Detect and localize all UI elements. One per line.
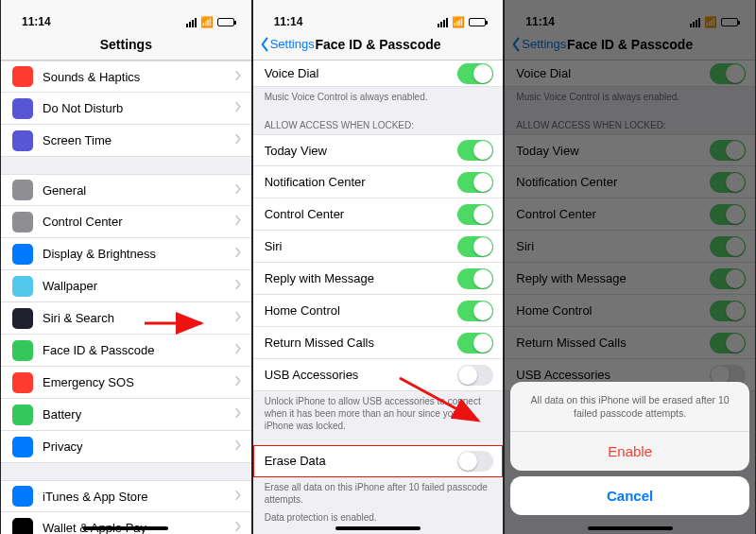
row-label: Return Missed Calls <box>265 336 458 350</box>
row-label: General <box>43 183 234 198</box>
app-icon <box>12 276 33 297</box>
chevron-right-icon <box>234 70 242 84</box>
row-label: Screen Time <box>43 133 234 147</box>
home-indicator[interactable] <box>83 526 168 530</box>
row-label: USB Accessories <box>265 368 458 382</box>
allow-access-group: Today ViewNotification CenterControl Cen… <box>253 134 504 391</box>
settings-group-b: GeneralControl CenterDisplay & Brightnes… <box>1 174 251 463</box>
clock: 11:14 <box>22 15 51 28</box>
app-icon <box>12 405 33 425</box>
page-title: Settings <box>100 37 152 52</box>
settings-row-screen-time[interactable]: Screen Time <box>1 125 251 157</box>
row-label: Display & Brightness <box>43 247 234 261</box>
passcode-list[interactable]: Voice Dial Music Voice Control is always… <box>253 60 504 534</box>
row-usb-accessories[interactable]: USB Accessories <box>253 359 504 391</box>
nav-bar: Settings Face ID & Passcode <box>253 28 504 60</box>
row-label: Notification Center <box>265 175 458 189</box>
cell-signal-icon <box>438 18 448 27</box>
toggle-siri[interactable] <box>457 236 493 257</box>
screen-settings-root: 11:14 📶 Settings Sounds & HapticsDo Not … <box>0 0 252 534</box>
battery-icon <box>217 18 234 26</box>
toggle-erase-data[interactable] <box>457 451 493 472</box>
chevron-right-icon <box>234 375 242 389</box>
screen-faceid-with-dialog: 11:14 📶 Settings Face ID & Passcode Voic… <box>504 0 756 534</box>
toggle-today-view[interactable] <box>457 140 493 161</box>
settings-row-do-not-disturb[interactable]: Do Not Disturb <box>1 93 251 125</box>
erase-footer: Erase all data on this iPhone after 10 f… <box>253 477 504 508</box>
app-icon <box>12 180 33 200</box>
page-title: Face ID & Passcode <box>315 37 440 52</box>
battery-icon <box>469 18 486 26</box>
cancel-button[interactable]: Cancel <box>510 476 749 515</box>
row-return-missed-calls[interactable]: Return Missed Calls <box>253 327 504 359</box>
toggle-home-control[interactable] <box>457 301 493 321</box>
app-icon <box>12 486 33 507</box>
allow-access-header: ALLOW ACCESS WHEN LOCKED: <box>253 116 504 134</box>
voice-dial-footer: Music Voice Control is always enabled. <box>253 87 504 105</box>
status-bar: 11:14 📶 <box>1 0 251 28</box>
chevron-right-icon <box>234 101 242 115</box>
row-label: Home Control <box>265 303 458 318</box>
row-label: Face ID & Passcode <box>43 343 234 357</box>
status-indicators: 📶 <box>186 16 234 28</box>
app-icon <box>12 372 33 393</box>
confirm-sheet: All data on this iPhone will be erased a… <box>510 382 749 471</box>
settings-row-itunes-app-store[interactable]: iTunes & App Store <box>1 480 251 512</box>
app-icon <box>12 130 33 151</box>
row-erase-data[interactable]: Erase Data <box>253 445 504 477</box>
home-indicator[interactable] <box>335 526 421 530</box>
status-indicators: 📶 <box>438 16 486 28</box>
row-reply-with-message[interactable]: Reply with Message <box>253 263 504 295</box>
app-icon <box>12 308 33 329</box>
settings-list[interactable]: Sounds & HapticsDo Not DisturbScreen Tim… <box>1 60 251 534</box>
settings-row-battery[interactable]: Battery <box>1 399 251 431</box>
row-notification-center[interactable]: Notification Center <box>253 166 504 198</box>
settings-row-face-id-passcode[interactable]: Face ID & Passcode <box>1 335 251 367</box>
row-home-control[interactable]: Home Control <box>253 295 504 327</box>
toggle-notification-center[interactable] <box>457 172 493 193</box>
home-indicator[interactable] <box>588 526 673 530</box>
settings-row-emergency-sos[interactable]: Emergency SOS <box>1 367 251 399</box>
settings-row-display-brightness[interactable]: Display & Brightness <box>1 238 251 270</box>
toggle-control-center[interactable] <box>457 204 493 225</box>
chevron-right-icon <box>234 490 242 504</box>
screen-faceid-passcode: 11:14 📶 Settings Face ID & Passcode Voic… <box>252 0 505 534</box>
row-label: Control Center <box>43 215 234 229</box>
row-control-center[interactable]: Control Center <box>253 198 504 231</box>
toggle-return-missed-calls[interactable] <box>457 333 493 353</box>
chevron-right-icon <box>234 215 242 229</box>
row-label: iTunes & App Store <box>43 490 234 504</box>
usb-footer: Unlock iPhone to allow USB accessories t… <box>253 391 504 434</box>
settings-row-wallpaper[interactable]: Wallpaper <box>1 270 251 302</box>
enable-button[interactable]: Enable <box>510 431 749 471</box>
row-label: Today View <box>265 144 458 158</box>
row-label: Voice Dial <box>265 66 458 80</box>
chevron-left-icon <box>259 37 270 52</box>
settings-row-privacy[interactable]: Privacy <box>1 431 251 463</box>
settings-row-siri-search[interactable]: Siri & Search <box>1 302 251 335</box>
chevron-right-icon <box>234 183 242 198</box>
toggle-voice-dial[interactable] <box>457 63 493 84</box>
wifi-icon: 📶 <box>200 16 214 28</box>
dialog-message: All data on this iPhone will be erased a… <box>510 382 749 431</box>
toggle-reply-with-message[interactable] <box>457 268 493 289</box>
row-label: Wallpaper <box>43 279 234 293</box>
row-voice-dial[interactable]: Voice Dial <box>253 60 504 87</box>
clock: 11:14 <box>274 15 303 28</box>
settings-group-a: Sounds & HapticsDo Not DisturbScreen Tim… <box>1 60 251 157</box>
settings-row-sounds-haptics[interactable]: Sounds & Haptics <box>1 60 251 93</box>
row-siri[interactable]: Siri <box>253 231 504 263</box>
cell-signal-icon <box>186 18 197 27</box>
back-button[interactable]: Settings <box>259 37 315 52</box>
dialog-backdrop[interactable]: All data on this iPhone will be erased a… <box>505 0 755 534</box>
row-label: Siri & Search <box>43 311 234 325</box>
row-today-view[interactable]: Today View <box>253 134 504 166</box>
settings-row-general[interactable]: General <box>1 174 251 206</box>
settings-row-wallet-apple-pay[interactable]: Wallet & Apple Pay <box>1 512 251 534</box>
row-label: Emergency SOS <box>43 375 234 389</box>
chevron-right-icon <box>234 521 242 534</box>
settings-row-control-center[interactable]: Control Center <box>1 206 251 238</box>
nav-bar: Settings <box>1 28 251 60</box>
toggle-usb-accessories[interactable] <box>457 365 493 386</box>
app-icon <box>12 437 33 457</box>
